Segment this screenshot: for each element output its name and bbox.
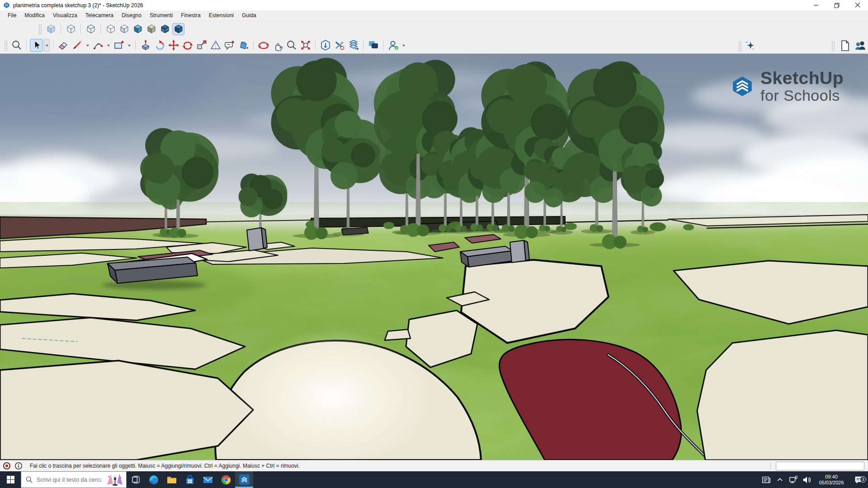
account-person-icon — [387, 39, 399, 51]
styles-toolbar — [0, 21, 868, 37]
style-textured-dark-button[interactable] — [159, 23, 171, 35]
follow-me-tool-button[interactable] — [153, 39, 166, 52]
line-tool-dropdown[interactable] — [85, 39, 90, 52]
measurements-input[interactable] — [776, 462, 864, 470]
bush — [383, 222, 394, 229]
rectangle-tool-dropdown[interactable] — [126, 39, 132, 52]
measure-tool-button[interactable] — [209, 39, 222, 52]
style-monochrome-button[interactable] — [145, 23, 157, 35]
arc-tool-dropdown[interactable] — [105, 39, 111, 52]
windows-logo-icon — [7, 476, 14, 483]
taskbar-app-explorer[interactable] — [163, 471, 181, 488]
classroom-button[interactable] — [853, 39, 866, 52]
menu-modifica[interactable]: Modifica — [20, 11, 49, 20]
cloud — [14, 153, 95, 176]
eraser-tool-button[interactable] — [57, 39, 70, 52]
sketchup-app-icon — [239, 474, 250, 485]
taskbar-app-edge[interactable] — [145, 471, 163, 488]
file-explorer-icon — [166, 474, 177, 485]
action-center-button[interactable]: 3 — [849, 475, 868, 485]
arc-tool-button[interactable] — [91, 39, 104, 52]
toolbar-grip[interactable] — [738, 40, 741, 51]
feedback-chat-button[interactable] — [367, 39, 380, 52]
style-shaded-textures-button[interactable] — [132, 23, 144, 35]
menu-strumenti[interactable]: Strumenti — [146, 11, 177, 20]
close-button[interactable] — [847, 0, 868, 10]
style-active-button[interactable] — [172, 23, 184, 35]
zoom-extents-button[interactable] — [299, 39, 312, 52]
move-tool-button[interactable] — [167, 39, 180, 52]
toolbar-grip[interactable] — [831, 40, 835, 51]
menu-telecamera[interactable]: Telecamera — [81, 11, 118, 20]
taskbar-app-chrome[interactable] — [217, 471, 235, 488]
new-document-button[interactable] — [838, 39, 851, 52]
volume-button[interactable] — [800, 475, 814, 485]
shaded-cube-icon — [119, 23, 129, 34]
follow-me-icon — [154, 39, 165, 51]
people-icon — [854, 40, 866, 52]
taskbar: 09:40 05/03/2026 3 — [0, 471, 868, 488]
style-back-edges-button[interactable] — [65, 23, 77, 35]
start-button[interactable] — [0, 471, 21, 488]
measure-triangle-icon — [210, 39, 222, 51]
extension-warehouse-button[interactable] — [333, 39, 346, 52]
network-button[interactable] — [787, 475, 800, 485]
store-icon — [184, 474, 195, 485]
style-xray-button[interactable] — [45, 23, 57, 35]
line-tool-button[interactable] — [71, 39, 84, 52]
push-pull-tool-button[interactable] — [139, 39, 152, 52]
system-tray: 09:40 05/03/2026 3 — [760, 471, 868, 488]
account-dropdown[interactable] — [401, 39, 406, 52]
paint-bucket-icon — [238, 39, 250, 51]
scale-tool-button[interactable] — [195, 39, 208, 52]
zoom-tool-button[interactable] — [285, 39, 298, 52]
style-shaded-button[interactable] — [118, 23, 130, 35]
bush — [683, 224, 694, 230]
layers-share-button[interactable] — [347, 39, 360, 52]
hidden-icons-button[interactable] — [773, 476, 787, 483]
striped-cube-icon — [160, 23, 170, 34]
select-tool-button[interactable] — [30, 39, 43, 52]
menu-file[interactable]: File — [4, 11, 20, 20]
menu-finestra[interactable]: Finestra — [177, 11, 204, 20]
style-hidden-line-button[interactable] — [104, 23, 117, 35]
ai-assistant-button[interactable] — [743, 39, 756, 52]
menu-guida[interactable]: Guida — [238, 11, 260, 20]
move-icon — [168, 39, 179, 51]
paint-bucket-tool-button[interactable] — [237, 39, 250, 52]
taskbar-search-input[interactable] — [36, 476, 102, 483]
select-tool-dropdown[interactable] — [44, 39, 50, 52]
menu-visualizza[interactable]: Visualizza — [49, 11, 81, 20]
3d-viewport[interactable]: SketchUp for Schools — [0, 54, 868, 460]
orbit-tool-button[interactable] — [257, 39, 270, 52]
panel-front — [247, 228, 264, 251]
taskbar-search[interactable] — [21, 471, 127, 488]
statusbar: Fai clic o trascina per selezionare gli … — [0, 460, 868, 471]
clock-time: 09:40 — [825, 474, 838, 480]
monochrome-cube-icon — [146, 23, 156, 34]
menu-estensioni[interactable]: Estensioni — [205, 11, 238, 20]
rotate-tool-button[interactable] — [181, 39, 194, 52]
restore-button[interactable] — [826, 0, 847, 10]
taskbar-app-mail[interactable] — [199, 471, 217, 488]
rectangle-icon — [113, 39, 125, 51]
zoom-search-button[interactable] — [10, 39, 23, 52]
pan-tool-button[interactable] — [271, 39, 284, 52]
rectangle-tool-button[interactable] — [112, 39, 125, 52]
style-wireframe-button[interactable] — [85, 23, 97, 35]
info-icon — [14, 462, 23, 470]
taskbar-app-store[interactable] — [181, 471, 199, 488]
task-view-button[interactable] — [127, 471, 145, 488]
minimize-button[interactable] — [806, 0, 826, 10]
menu-disegno[interactable]: Disegno — [118, 11, 146, 20]
news-widget-button[interactable] — [760, 475, 773, 485]
scale-icon — [196, 39, 208, 51]
taskbar-app-sketchup[interactable] — [235, 471, 253, 488]
taskbar-clock[interactable]: 09:40 05/03/2026 — [814, 474, 849, 486]
cloud — [692, 80, 845, 114]
label-tool-button[interactable] — [223, 39, 236, 52]
toolbar-grip[interactable] — [4, 40, 7, 51]
account-button[interactable] — [387, 39, 400, 52]
3d-warehouse-button[interactable] — [319, 39, 332, 52]
toolbar-grip[interactable] — [38, 23, 42, 34]
